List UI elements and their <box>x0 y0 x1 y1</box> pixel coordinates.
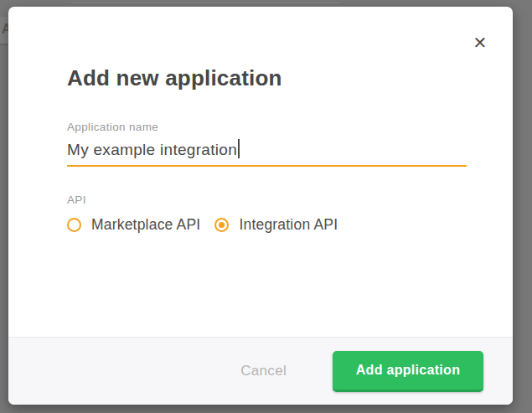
application-name-label: Application name <box>67 121 158 133</box>
api-group-label: API <box>67 194 86 206</box>
add-application-modal: ✕ Add new application Application name M… <box>8 7 513 405</box>
application-name-value: My example integration <box>67 141 237 158</box>
close-icon[interactable]: ✕ <box>466 28 494 57</box>
background-page-divider-fragment <box>0 44 8 45</box>
modal-footer: Cancel Add application <box>8 337 513 405</box>
page-backdrop-overlay: A ✕ Add new application Application name… <box>0 0 532 413</box>
add-application-button[interactable]: Add application <box>333 351 483 392</box>
api-radio-group: Marketplace API Integration API <box>67 216 338 234</box>
cancel-button[interactable]: Cancel <box>240 363 287 379</box>
application-name-input[interactable]: My example integration <box>67 137 467 167</box>
text-caret <box>238 139 240 158</box>
radio-option-marketplace-api[interactable]: Marketplace API <box>67 216 200 234</box>
radio-selected-icon <box>214 218 229 232</box>
radio-option-label: Integration API <box>239 216 338 234</box>
radio-option-integration-api[interactable]: Integration API <box>214 216 338 234</box>
radio-dot <box>219 222 225 228</box>
modal-title: Add new application <box>67 65 282 91</box>
background-page-edge-fragment <box>71 3 339 3</box>
radio-option-label: Marketplace API <box>91 216 200 234</box>
radio-unselected-icon <box>67 218 81 232</box>
